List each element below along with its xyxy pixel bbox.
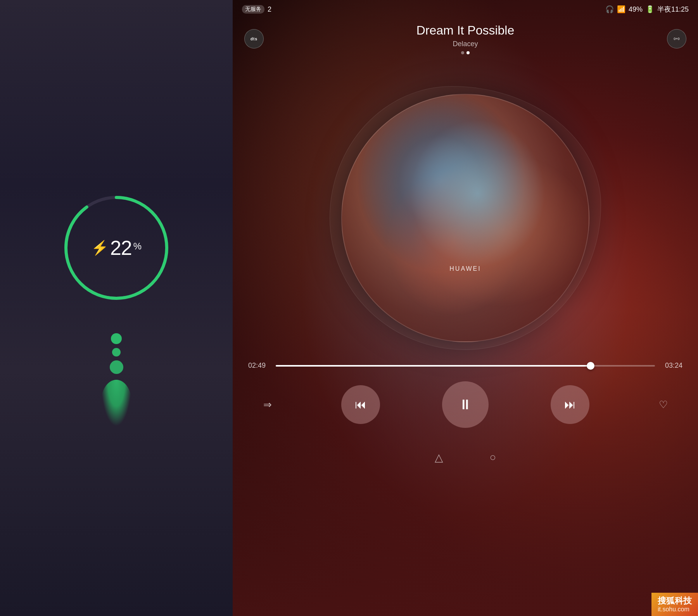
like-button[interactable]: ♡ xyxy=(651,393,675,416)
previous-icon: ⏮ xyxy=(355,398,366,411)
headphone-icon: 🎧 xyxy=(605,5,614,14)
cable-animation xyxy=(101,333,132,426)
page-dot-1 xyxy=(461,51,464,54)
music-header: dts Dream It Possible Delacey 0+0 xyxy=(233,19,698,59)
pause-icon: ⏸ xyxy=(458,396,472,413)
next-icon: ⏭ xyxy=(564,398,576,411)
album-art-container xyxy=(233,67,698,369)
shuffle-button[interactable]: ⇒ xyxy=(256,393,279,416)
heart-icon: ♡ xyxy=(659,399,668,411)
cable-end xyxy=(101,380,132,426)
nav-bar: △ ○ xyxy=(248,443,682,472)
audio-badge-label: 0+0 xyxy=(674,37,679,41)
song-artist: Delacey xyxy=(264,40,667,48)
controls-area: 02:49 03:24 ⇒ ⏮ ⏸ ⏭ ♡ xyxy=(233,362,698,472)
percent-value: 22 xyxy=(110,236,132,260)
album-art[interactable] xyxy=(341,94,589,342)
previous-button[interactable]: ⏮ xyxy=(341,385,380,424)
music-player-screen: 无服务 2 🎧 📶 49% 🔋 半夜11:25 dts Dream It Pos… xyxy=(233,0,698,616)
bolt-icon: ⚡ xyxy=(91,241,109,255)
no-service-label: 无服务 xyxy=(242,5,264,14)
charging-percentage-display: ⚡ 22 % xyxy=(91,236,142,260)
time-current: 02:49 xyxy=(248,362,270,370)
progress-thumb[interactable] xyxy=(587,362,594,370)
page-dot-2 xyxy=(466,51,470,54)
wifi-icon: 📶 xyxy=(617,5,625,14)
cable-dot-2 xyxy=(112,348,121,356)
audio-quality-badge[interactable]: 0+0 xyxy=(667,29,686,48)
song-info: Dream It Possible Delacey xyxy=(264,23,667,54)
next-button[interactable]: ⏭ xyxy=(551,385,589,424)
charging-screen: ⚡ 22 % xyxy=(0,0,233,616)
watermark-brand: 搜狐科技 xyxy=(658,596,692,606)
status-left: 无服务 2 xyxy=(242,5,271,14)
cable-dot-1 xyxy=(111,333,122,344)
status-bar: 无服务 2 🎧 📶 49% 🔋 半夜11:25 xyxy=(233,0,698,19)
time-display: 半夜11:25 xyxy=(657,5,689,14)
page-indicator xyxy=(264,51,667,54)
shuffle-icon: ⇒ xyxy=(263,399,272,411)
back-icon: △ xyxy=(435,452,443,464)
home-icon: ○ xyxy=(490,451,496,463)
status-right: 🎧 📶 49% 🔋 半夜11:25 xyxy=(605,5,689,14)
percent-sign: % xyxy=(133,241,142,252)
charging-circle: ⚡ 22 % xyxy=(58,190,174,306)
song-title: Dream It Possible xyxy=(264,23,667,38)
home-button[interactable]: ○ xyxy=(490,451,496,464)
cable-dot-3 xyxy=(110,360,123,374)
pause-button[interactable]: ⏸ xyxy=(442,381,489,428)
back-button[interactable]: △ xyxy=(435,451,443,464)
progress-bar[interactable] xyxy=(276,365,655,367)
battery-percent: 49% xyxy=(629,5,643,14)
no-service-badge-count: 2 xyxy=(268,5,271,14)
playback-controls: ⇒ ⏮ ⏸ ⏭ ♡ xyxy=(248,381,682,428)
progress-row: 02:49 03:24 xyxy=(248,362,682,370)
watermark-url: it.sohu.com xyxy=(658,606,692,613)
battery-icon: 🔋 xyxy=(646,5,654,14)
progress-fill xyxy=(276,365,591,367)
time-total: 03:24 xyxy=(661,362,682,370)
watermark: 搜狐科技 it.sohu.com xyxy=(651,593,698,616)
dts-badge[interactable]: dts xyxy=(244,29,264,48)
